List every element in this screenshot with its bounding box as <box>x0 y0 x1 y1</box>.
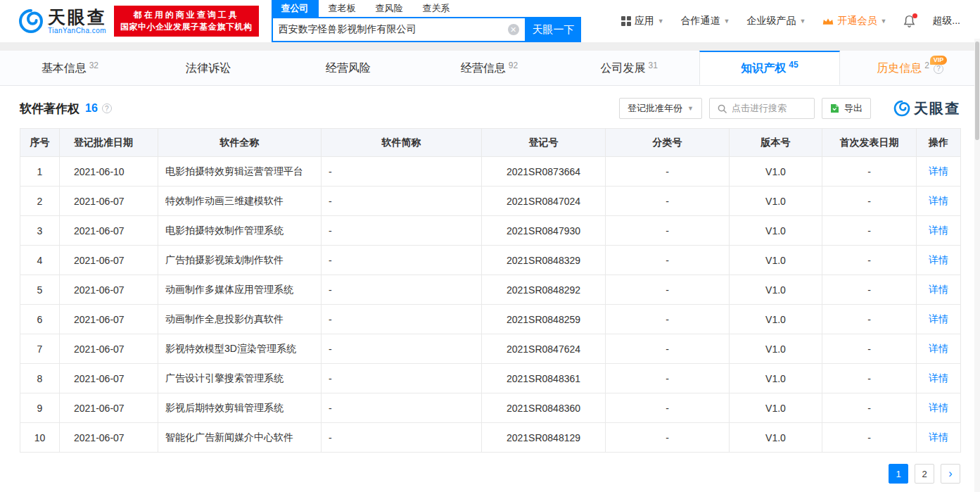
nav-partner[interactable]: 合作通道 ▼ <box>681 15 730 27</box>
table-search-placeholder: 点击进行搜索 <box>732 102 787 115</box>
table-row: 52021-06-07动画制作多媒体应用管理系统-2021SR0848292-V… <box>20 275 961 305</box>
tab-basic-info[interactable]: 基本信息 32 <box>0 51 140 85</box>
pagination: 12› <box>20 453 960 492</box>
table-cell: 影视后期特效剪辑管理系统 <box>158 393 322 423</box>
search-submit-button[interactable]: 天眼一下 <box>526 17 581 42</box>
slogan-line2: 国家中小企业发展子基金旗下机构 <box>120 21 253 33</box>
search-tabs: 查公司 查老板 查风险 查关系 <box>272 0 581 17</box>
user-account[interactable]: 超级... <box>932 15 960 27</box>
search-icon <box>718 104 727 113</box>
detail-link[interactable]: 详情 <box>929 313 948 324</box>
search-tab-risk[interactable]: 查风险 <box>366 0 413 17</box>
table-cell: 广告拍摄影视策划制作软件 <box>158 246 322 275</box>
detail-link[interactable]: 详情 <box>929 195 948 206</box>
search-tab-company[interactable]: 查公司 <box>272 0 319 17</box>
table-cell: - <box>322 393 482 423</box>
export-button[interactable]: 导出 <box>822 98 871 119</box>
table-cell: 10 <box>20 423 60 453</box>
tab-business-info[interactable]: 经营信息 92 <box>419 51 559 85</box>
watermark-swirl-icon <box>893 100 910 117</box>
detail-link[interactable]: 详情 <box>929 431 948 443</box>
detail-link[interactable]: 详情 <box>929 372 948 384</box>
chevron-down-icon: ▼ <box>799 18 806 25</box>
nav-enterprise-label: 企业级产品 <box>746 15 796 27</box>
table-cell: 详情 <box>917 187 961 216</box>
table-cell: - <box>606 275 730 305</box>
table-cell: 详情 <box>917 364 961 393</box>
search-area: 查公司 查老板 查风险 查关系 ✕ 天眼一下 <box>272 0 581 42</box>
detail-link[interactable]: 详情 <box>929 284 948 295</box>
table-cell: 2021SR0848259 <box>482 305 606 334</box>
search-tab-relation[interactable]: 查关系 <box>413 0 460 17</box>
table-cell: 2021-06-07 <box>60 334 158 364</box>
tab-count: 31 <box>649 61 658 70</box>
scrollbar-thumb[interactable] <box>975 42 979 140</box>
nav-apps[interactable]: 应用 ▼ <box>621 15 664 27</box>
detail-link[interactable]: 详情 <box>929 402 948 413</box>
table-cell: 电影拍摄特效制作管理系统 <box>158 216 322 246</box>
detail-link[interactable]: 详情 <box>929 225 948 236</box>
table-cell: 9 <box>20 393 60 423</box>
page-button-2[interactable]: 2 <box>915 464 934 484</box>
table-header-row: 序号 登记批准日期 软件全称 软件简称 登记号 分类号 版本号 首次发表日期 操… <box>20 129 961 157</box>
table-search-button[interactable]: 点击进行搜索 <box>709 98 815 119</box>
search-tab-boss[interactable]: 查老板 <box>319 0 366 17</box>
next-page-button[interactable]: › <box>941 464 960 484</box>
table-cell: - <box>322 423 482 453</box>
tab-label: 知识产权 <box>741 61 786 76</box>
tab-history-info[interactable]: VIP 历史信息 2 ? <box>840 51 980 85</box>
help-icon[interactable]: ? <box>102 103 112 113</box>
logo-domain: TianYanCha.com <box>48 27 107 34</box>
table-cell: 2021-06-07 <box>60 393 158 423</box>
table-cell: 5 <box>20 275 60 305</box>
table-cell: 详情 <box>917 334 961 364</box>
section-header: 软件著作权 16 ? 登记批准年份 ▼ 点击进行搜索 <box>20 96 960 121</box>
help-icon[interactable]: ? <box>934 64 943 74</box>
table-cell: V1.0 <box>730 275 822 305</box>
table-cell: 2021SR0847930 <box>482 216 606 246</box>
notification-bell[interactable] <box>903 15 915 27</box>
table-cell: V1.0 <box>730 334 822 364</box>
table-cell: 2021-06-07 <box>60 364 158 393</box>
tianyancha-logo[interactable]: 天眼查 TianYanCha.com <box>18 8 107 35</box>
nav-enterprise[interactable]: 企业级产品 ▼ <box>746 15 806 27</box>
table-cell: 2021SR0847624 <box>482 334 606 364</box>
table-cell: - <box>322 275 482 305</box>
table-cell: V1.0 <box>730 157 822 187</box>
table-row: 62021-06-07动画制作全息投影仿真软件-2021SR0848259-V1… <box>20 305 961 334</box>
notification-dot <box>912 13 917 18</box>
username-label: 超级... <box>932 15 960 27</box>
nav-vip-label: 开通会员 <box>837 15 877 27</box>
table-cell: - <box>322 246 482 275</box>
detail-link[interactable]: 详情 <box>929 165 948 177</box>
copyright-table-body: 12021-06-10电影拍摄特效剪辑运营管理平台-2021SR0873664-… <box>20 157 961 453</box>
section-count: 16 <box>85 102 98 115</box>
tab-company-development[interactable]: 公司发展 31 <box>559 51 699 85</box>
year-filter-label: 登记批准年份 <box>628 102 682 115</box>
table-cell: - <box>822 423 917 453</box>
software-copyright-table: 序号 登记批准日期 软件全称 软件简称 登记号 分类号 版本号 首次发表日期 操… <box>20 128 961 453</box>
table-row: 22021-06-07特效制作动画三维建模软件-2021SR0847024-V1… <box>20 187 961 216</box>
tab-label: 公司发展 <box>601 61 646 76</box>
column-header: 分类号 <box>606 129 730 157</box>
table-cell: - <box>606 364 730 393</box>
page-button-1[interactable]: 1 <box>889 464 908 484</box>
table-cell: - <box>822 334 917 364</box>
tab-intellectual-property[interactable]: 知识产权 45 <box>699 51 841 85</box>
table-cell: - <box>322 157 482 187</box>
tab-legal-proceedings[interactable]: 法律诉讼 <box>140 51 280 85</box>
nav-open-vip[interactable]: 开通会员 ▼ <box>822 15 886 27</box>
detail-link[interactable]: 详情 <box>929 254 948 265</box>
table-cell: 1 <box>20 157 60 187</box>
detail-link[interactable]: 详情 <box>929 343 948 354</box>
table-cell: 2021-06-07 <box>60 275 158 305</box>
search-input[interactable] <box>279 24 508 35</box>
tab-label: 历史信息 <box>877 61 922 76</box>
scrollbar[interactable] <box>974 39 980 492</box>
tab-operating-risk[interactable]: 经营风险 <box>279 51 419 85</box>
table-cell: 2021-06-07 <box>60 423 158 453</box>
table-cell: V1.0 <box>730 423 822 453</box>
year-filter-dropdown[interactable]: 登记批准年份 ▼ <box>619 98 702 119</box>
table-cell: 8 <box>20 364 60 393</box>
clear-search-icon[interactable]: ✕ <box>508 24 519 35</box>
